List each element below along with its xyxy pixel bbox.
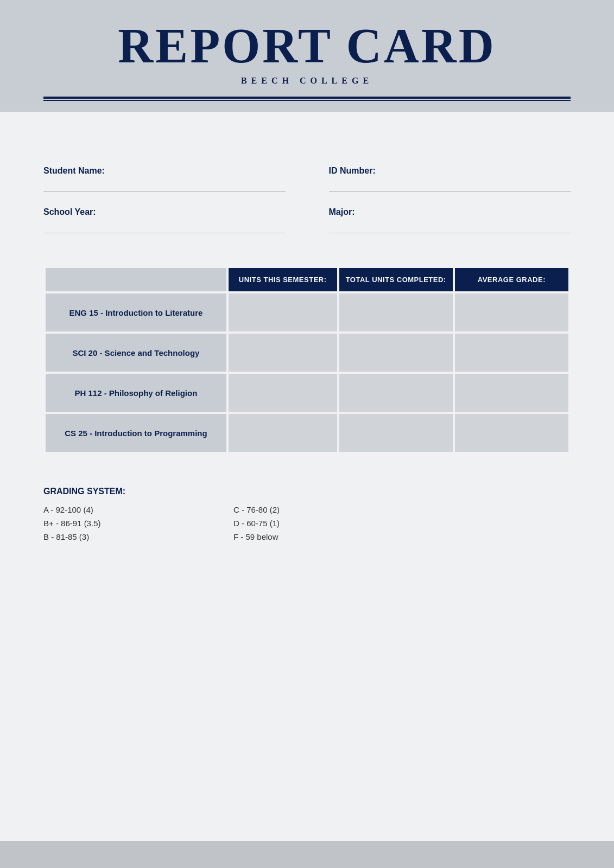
total-units-cell (339, 334, 453, 372)
table-row: CS 25 - Introduction to Programming (46, 414, 568, 452)
units-cell (229, 414, 337, 452)
units-cell (229, 374, 337, 412)
major-line (329, 220, 571, 233)
course-name-cell: CS 25 - Introduction to Programming (46, 414, 226, 452)
report-card-title: REPORT CARD (43, 22, 571, 71)
student-name-label: Student Name: (43, 166, 286, 176)
grade-cell (455, 414, 568, 452)
grading-item: B - 81-85 (3) (43, 532, 179, 541)
id-number-label: ID Number: (329, 166, 571, 176)
divider-top (43, 97, 571, 99)
info-row-2: School Year: Major: (43, 207, 571, 233)
grade-cell (455, 374, 568, 412)
main-content: Student Name: ID Number: School Year: Ma… (0, 112, 614, 841)
total-units-cell (339, 374, 453, 412)
grade-cell (455, 334, 568, 372)
course-name-cell: ENG 15 - Introduction to Literature (46, 293, 226, 331)
divider-bottom (43, 100, 571, 101)
th-course (46, 268, 226, 291)
total-units-cell (339, 414, 453, 452)
units-cell (229, 293, 337, 331)
th-total-units: TOTAL UNITS COMPLETED: (339, 268, 453, 291)
th-average-grade: AVERAGE GRADE: (455, 268, 568, 291)
college-name: BEECH COLLEGE (43, 76, 571, 86)
student-name-field: Student Name: (43, 166, 286, 192)
th-units-semester: UNITS THIS SEMESTER: (229, 268, 337, 291)
grading-item: B+ - 86-91 (3.5) (43, 519, 179, 528)
grading-item: C - 76-80 (2) (233, 505, 369, 514)
grading-section: GRADING SYSTEM: A - 92-100 (4)C - 76-80 … (43, 487, 571, 541)
school-year-field: School Year: (43, 207, 286, 233)
grading-item: A - 92-100 (4) (43, 505, 179, 514)
grades-table: UNITS THIS SEMESTER: TOTAL UNITS COMPLET… (43, 266, 571, 454)
major-field: Major: (329, 207, 571, 233)
grading-item: F - 59 below (233, 532, 369, 541)
table-row: SCI 20 - Science and Technology (46, 334, 568, 372)
id-number-field: ID Number: (329, 166, 571, 192)
footer-bar (0, 841, 614, 868)
header-section: REPORT CARD BEECH COLLEGE (0, 0, 614, 112)
student-info-section: Student Name: ID Number: School Year: Ma… (43, 166, 571, 233)
table-row: PH 112 - Philosophy of Religion (46, 374, 568, 412)
units-cell (229, 334, 337, 372)
table-row: ENG 15 - Introduction to Literature (46, 293, 568, 331)
course-name-cell: SCI 20 - Science and Technology (46, 334, 226, 372)
total-units-cell (339, 293, 453, 331)
school-year-label: School Year: (43, 207, 286, 217)
major-label: Major: (329, 207, 571, 217)
info-row-1: Student Name: ID Number: (43, 166, 571, 192)
id-number-line (329, 179, 571, 192)
course-name-cell: PH 112 - Philosophy of Religion (46, 374, 226, 412)
school-year-line (43, 220, 286, 233)
grading-title: GRADING SYSTEM: (43, 487, 571, 496)
grading-grid: A - 92-100 (4)C - 76-80 (2)B+ - 86-91 (3… (43, 505, 369, 541)
grade-cell (455, 293, 568, 331)
grading-item: D - 60-75 (1) (233, 519, 369, 528)
student-name-line (43, 179, 286, 192)
